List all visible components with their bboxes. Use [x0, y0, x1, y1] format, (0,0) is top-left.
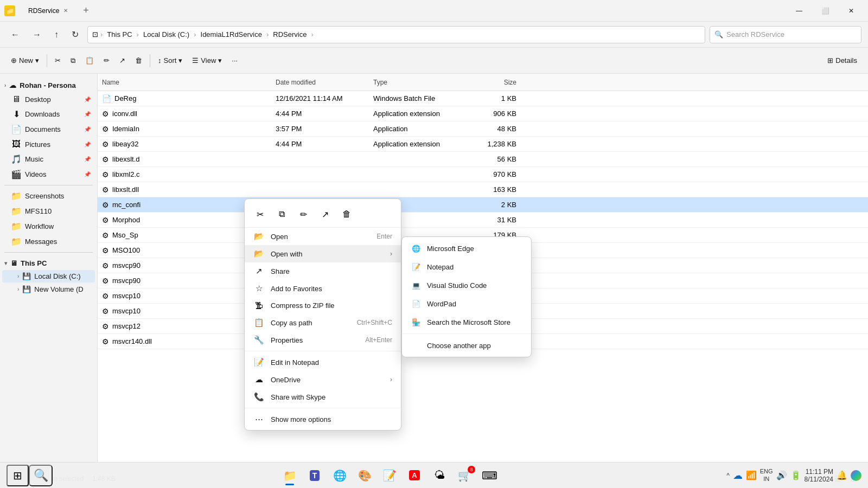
- delete-button[interactable]: 🗑: [131, 52, 146, 70]
- forward-button[interactable]: →: [28, 28, 46, 42]
- ctx-skype[interactable]: 📞 Share with Skype: [245, 388, 401, 406]
- breadcrumb-idemia[interactable]: IdemiaL1RdService: [199, 29, 264, 40]
- taskbar-terminal[interactable]: ⌨: [477, 465, 501, 486]
- sidebar-videos-label: Videos: [25, 170, 47, 178]
- sidebar-header-rohan[interactable]: › ☁ Rohan - Persona: [0, 78, 97, 92]
- minimize-button[interactable]: —: [787, 2, 812, 20]
- sidebar-item-messages[interactable]: 📁 Messages: [2, 234, 95, 249]
- context-menu: ✂ ⧉ ✏ ↗ 🗑 📂 Open Enter 📂 Open with › ↗ S…: [244, 198, 401, 431]
- submenu-edge[interactable]: 🌐 Microsoft Edge: [402, 239, 531, 258]
- submenu-wordpad[interactable]: 📄 WordPad: [402, 294, 531, 313]
- notification-icon[interactable]: 🔔: [837, 470, 847, 480]
- sidebar-separator-1: [4, 185, 93, 185]
- file-row[interactable]: ⚙ libxml2.c 970 KB: [98, 167, 868, 182]
- taskbar-notepad[interactable]: 📝: [378, 465, 401, 486]
- close-button[interactable]: ✕: [839, 2, 864, 20]
- ctx-open[interactable]: 📂 Open Enter: [245, 228, 401, 245]
- chevron-down-icon: ›: [4, 82, 6, 88]
- up-button[interactable]: ↑: [50, 28, 63, 42]
- ctx-onedrive[interactable]: ☁ OneDrive ›: [245, 371, 401, 388]
- breadcrumb-local-disk[interactable]: Local Disk (C:): [141, 29, 192, 40]
- taskbar-store[interactable]: 🛒 8: [452, 465, 476, 486]
- tab-rdservice[interactable]: RDService ✕: [20, 2, 76, 20]
- submenu-notepad[interactable]: 📝 Notepad: [402, 258, 531, 276]
- file-row[interactable]: ⚙ Morphod 31 KB: [98, 213, 868, 228]
- new-tab-button[interactable]: +: [79, 3, 93, 18]
- file-row[interactable]: ⚙ libeay32 4:44 PM Application extension…: [98, 137, 868, 152]
- view-button[interactable]: ☰ View ▾: [188, 52, 226, 70]
- file-row[interactable]: ⚙ libexslt.d 56 KB: [98, 152, 868, 167]
- file-row-selected[interactable]: ⚙ mc_confi 2 KB: [98, 197, 868, 213]
- sidebar-item-documents[interactable]: 📄 Documents 📌: [2, 122, 95, 137]
- sidebar-item-videos[interactable]: 🎬 Videos 📌: [2, 167, 95, 182]
- taskbar-search-button[interactable]: 🔍: [29, 465, 53, 486]
- file-icon: ⚙: [102, 277, 109, 285]
- taskbar-apps: 📁 T 🌐 🎨 📝 A 🌤 🛒 8 ⌨: [53, 465, 726, 486]
- ctx-zip[interactable]: 🗜 Compress to ZIP file: [245, 297, 401, 314]
- ctx-edit-notepad[interactable]: 📝 Edit in Notepad: [245, 354, 401, 371]
- file-row[interactable]: ⚙ iconv.dll 4:44 PM Application extensio…: [98, 106, 868, 121]
- sidebar-item-new-volume[interactable]: › 💾 New Volume (D: [2, 283, 95, 296]
- taskbar-teams[interactable]: T: [303, 465, 327, 486]
- ctx-more-options[interactable]: ⋯ Show more options: [245, 410, 401, 428]
- ctx-copy-path[interactable]: 📋 Copy as path Ctrl+Shift+C: [245, 314, 401, 331]
- share-button[interactable]: ↗: [115, 52, 130, 70]
- sidebar-item-workflow[interactable]: 📁 Workflow: [2, 219, 95, 234]
- details-button[interactable]: ⊞ Details: [823, 52, 861, 70]
- ctx-rename-button[interactable]: ✏: [295, 206, 312, 223]
- sidebar-item-pictures[interactable]: 🖼 Pictures 📌: [2, 137, 95, 151]
- back-button[interactable]: ←: [7, 28, 24, 42]
- rename-button[interactable]: ✏: [99, 52, 114, 70]
- new-button[interactable]: ⊕ New ▾: [7, 52, 43, 70]
- breadcrumb-rdservice[interactable]: RDService: [271, 29, 309, 40]
- file-row[interactable]: ⚙ IdemiaIn 3:57 PM Application 48 KB: [98, 121, 868, 137]
- sidebar-item-music[interactable]: 🎵 Music 📌: [2, 152, 95, 166]
- ctx-share-button[interactable]: ↗: [316, 206, 334, 223]
- sidebar-item-screenshots[interactable]: 📁 Screenshots: [2, 189, 95, 203]
- clock-date: 8/11/2024: [805, 476, 833, 483]
- ctx-properties[interactable]: 🔧 Properties Alt+Enter: [245, 331, 401, 349]
- tab-close-btn[interactable]: ✕: [63, 8, 68, 14]
- taskbar-edge[interactable]: 🌐: [328, 465, 352, 486]
- ctx-copy-button[interactable]: ⧉: [273, 206, 290, 223]
- ctx-cut-button[interactable]: ✂: [251, 206, 269, 223]
- ctx-delete-button[interactable]: 🗑: [338, 206, 355, 223]
- cut-button[interactable]: ✂: [50, 52, 65, 70]
- sidebar-item-local-disk[interactable]: › 💾 Local Disk (C:): [2, 270, 95, 282]
- taskbar-file-explorer[interactable]: 📁: [278, 465, 302, 486]
- ctx-share[interactable]: ↗ Share: [245, 262, 401, 280]
- details-label: Details: [835, 56, 857, 65]
- breadcrumb-bar: ⊡ › This PC › Local Disk (C:) › IdemiaL1…: [87, 26, 705, 43]
- sidebar-this-pc[interactable]: ▾ 🖥 This PC: [0, 256, 97, 269]
- ctx-open-with[interactable]: 📂 Open with ›: [245, 245, 401, 262]
- ctx-separator-2: [245, 408, 401, 408]
- sidebar-item-desktop[interactable]: 🖥 Desktop 📌: [2, 92, 95, 106]
- submenu-choose-app[interactable]: Choose another app: [402, 336, 531, 355]
- taskbar-chevron-up[interactable]: ^: [726, 472, 730, 479]
- cloud-icon: ☁: [9, 81, 16, 89]
- taskbar-weather[interactable]: 🌤: [427, 465, 451, 486]
- file-row[interactable]: ⚙ libxslt.dll 163 KB: [98, 182, 868, 197]
- search-bar[interactable]: 🔍 Search RDService: [710, 26, 861, 43]
- breadcrumb-this-pc[interactable]: This PC: [105, 29, 134, 40]
- file-icon: ⚙: [102, 322, 109, 331]
- submenu-store-search[interactable]: 🏪 Search the Microsoft Store: [402, 313, 531, 331]
- file-row[interactable]: 📄 DeReg 12/16/2021 11:14 AM Windows Batc…: [98, 91, 868, 106]
- file-icon: ⚙: [102, 292, 109, 300]
- ctx-favorites[interactable]: ☆ Add to Favorites: [245, 280, 401, 297]
- open-with-submenu: 🌐 Microsoft Edge 📝 Notepad 💻 Visual Stud…: [401, 236, 532, 357]
- sort-button[interactable]: ↕ Sort ▾: [154, 52, 187, 70]
- taskbar-paint[interactable]: 🎨: [353, 465, 376, 486]
- refresh-button[interactable]: ↻: [67, 27, 83, 42]
- submenu-vscode[interactable]: 💻 Visual Studio Code: [402, 276, 531, 294]
- copy-button[interactable]: ⧉: [66, 52, 80, 70]
- sidebar-item-mfs110[interactable]: 📁 MFS110: [2, 204, 95, 219]
- this-pc-icon: 🖥: [10, 259, 17, 267]
- start-button[interactable]: ⊞: [7, 465, 29, 486]
- maximize-button[interactable]: ⬜: [813, 2, 838, 20]
- taskbar-acrobat[interactable]: A: [403, 465, 426, 486]
- more-button[interactable]: ···: [227, 52, 242, 70]
- paste-button[interactable]: 📋: [81, 52, 98, 70]
- sidebar-item-downloads[interactable]: ⬇ Downloads 📌: [2, 107, 95, 121]
- file-icon: ⚙: [102, 246, 109, 255]
